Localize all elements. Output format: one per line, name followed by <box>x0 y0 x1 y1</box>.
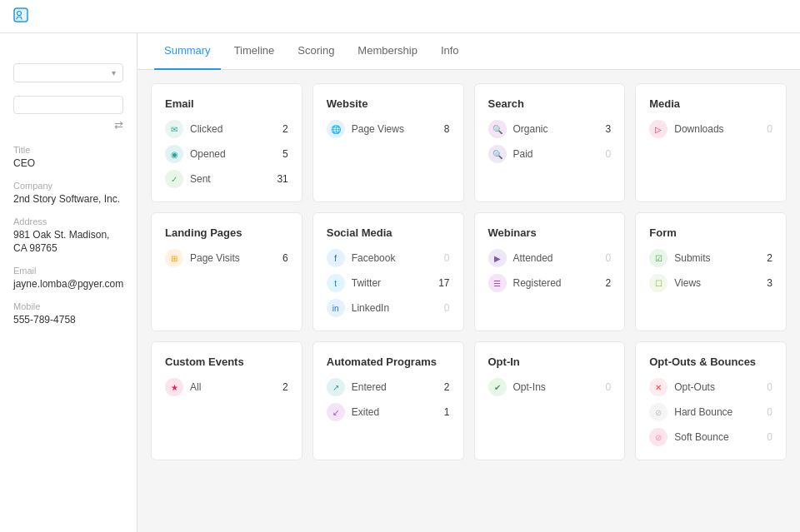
info-group: Company 2nd Story Software, Inc. <box>13 181 123 206</box>
summary-grid: Email✉Clicked2◉Opened5✓Sent31Website🌐Pag… <box>138 70 800 474</box>
card-row-label: Views <box>674 277 756 289</box>
card-row: ⊘Hard Bounce0 <box>649 403 772 421</box>
card-row-value: 1 <box>433 406 450 418</box>
card-row: tTwitter17 <box>327 274 450 292</box>
card-row-label: Opt-Outs <box>674 381 756 393</box>
info-value: 555-789-4758 <box>13 313 123 327</box>
sidebar: ▾ ⇄ Title CEO Company 2nd Story Software… <box>0 33 138 532</box>
card-title: Opt-In <box>488 355 612 368</box>
info-value: CEO <box>13 157 123 171</box>
card-row-icon: ↗ <box>327 378 345 396</box>
card-row-icon: ▷ <box>649 120 668 138</box>
tab-scoring[interactable]: Scoring <box>288 33 344 70</box>
tab-timeline[interactable]: Timeline <box>224 33 285 70</box>
card-row: ★All2 <box>165 378 288 396</box>
card-row: inLinkedIn0 <box>327 299 450 317</box>
card-row-label: Paid <box>513 148 595 160</box>
card-row-value: 2 <box>756 252 772 264</box>
contact-report-icon <box>13 7 28 26</box>
card-row: ☐Views3 <box>649 274 772 292</box>
card-row-label: Soft Bounce <box>674 431 756 443</box>
card-title: Automated Programs <box>327 355 450 368</box>
info-value: jayne.lomba@pgyer.com <box>13 277 123 291</box>
card-row: ☰Registered2 <box>488 274 612 292</box>
card-row-icon: t <box>327 274 345 292</box>
card-row-value: 3 <box>594 123 611 135</box>
card-row-label: Entered <box>352 381 433 393</box>
card-row-label: All <box>190 381 272 393</box>
card-row-value: 3 <box>756 277 772 289</box>
tab-info[interactable]: Info <box>431 33 469 70</box>
card-row-value: 6 <box>272 252 288 264</box>
card-row-icon: ◉ <box>165 145 183 163</box>
card-title: Website <box>327 97 450 110</box>
info-label: Email <box>13 266 123 276</box>
card-row-label: LinkedIn <box>352 302 433 314</box>
card-row-label: Opened <box>190 148 272 160</box>
card-row-icon: ▶ <box>488 249 507 267</box>
info-group: Address 981 Oak St. Madison, CA 98765 <box>13 216 123 256</box>
card-row-icon: ☐ <box>649 274 668 292</box>
info-value: 981 Oak St. Madison, CA 98765 <box>13 228 123 256</box>
tab-membership[interactable]: Membership <box>348 33 428 70</box>
card-row-icon: 🔍 <box>488 120 507 138</box>
card-row-value: 0 <box>594 252 611 264</box>
card-row: ▶Attended0 <box>488 249 612 267</box>
card-row-value: 0 <box>756 406 772 418</box>
card-row-label: Organic <box>513 123 595 135</box>
card-row-label: Page Visits <box>190 252 272 264</box>
top-bar <box>0 0 800 33</box>
card-custom-events: Custom Events★All2 <box>151 341 302 460</box>
card-row-icon: ★ <box>165 378 183 396</box>
card-title: Custom Events <box>165 355 288 368</box>
swap-icon[interactable]: ⇄ <box>114 119 123 132</box>
card-row-label: Page Views <box>352 123 433 135</box>
info-label: Address <box>13 216 123 226</box>
chevron-down-icon: ▾ <box>112 68 116 77</box>
card-row-value: 17 <box>433 277 450 289</box>
card-title: Webinars <box>488 226 612 239</box>
card-title: Landing Pages <box>165 226 288 239</box>
card-row-label: Clicked <box>190 123 272 135</box>
tab-bar: SummaryTimelineScoringMembershipInfo <box>138 33 800 70</box>
card-row: 🌐Page Views8 <box>327 120 450 138</box>
card-title: Opt-Outs & Bounces <box>649 355 772 368</box>
card-row: ⊘Soft Bounce0 <box>649 428 772 446</box>
card-row-value: 2 <box>594 277 611 289</box>
card-row-icon: f <box>327 249 345 267</box>
info-group: Mobile 555-789-4758 <box>13 301 123 327</box>
card-row: fFacebook0 <box>327 249 450 267</box>
info-label: Company <box>13 181 123 191</box>
card-row: ☑Submits2 <box>649 249 772 267</box>
card-title: Media <box>649 97 772 110</box>
tab-summary[interactable]: Summary <box>154 33 221 70</box>
main-content: SummaryTimelineScoringMembershipInfo Ema… <box>138 33 800 532</box>
card-row-value: 0 <box>756 123 772 135</box>
card-row-icon: ✕ <box>649 378 668 396</box>
info-value: 2nd Story Software, Inc. <box>13 192 123 206</box>
card-media: Media▷Downloads0 <box>635 83 787 202</box>
card-row: ⊞Page Visits6 <box>165 249 288 267</box>
card-form: Form☑Submits2☐Views3 <box>635 212 787 331</box>
card-row-label: Twitter <box>352 277 433 289</box>
card-row-label: Opt-Ins <box>513 381 595 393</box>
card-title: Social Media <box>327 226 450 239</box>
card-row-label: Downloads <box>674 123 756 135</box>
card-row-value: 2 <box>272 123 288 135</box>
card-row: ↙Exited1 <box>327 403 450 421</box>
card-row-icon: ↙ <box>327 403 345 421</box>
card-opt-outs---bounces: Opt-Outs & Bounces✕Opt-Outs0⊘Hard Bounce… <box>635 341 787 460</box>
card-row-label: Hard Bounce <box>674 406 756 418</box>
current-list-dropdown[interactable]: ▾ <box>13 63 123 82</box>
card-row-value: 31 <box>272 173 288 185</box>
card-row-icon: ☰ <box>488 274 507 292</box>
info-label: Mobile <box>13 301 123 311</box>
score-box <box>13 96 123 114</box>
card-title: Search <box>488 97 612 110</box>
card-row-icon: ✉ <box>165 120 183 138</box>
card-row-icon: ⊘ <box>649 403 668 421</box>
card-row-value: 0 <box>594 381 611 393</box>
card-row-value: 0 <box>433 252 450 264</box>
card-social-media: Social MediafFacebook0tTwitter17inLinked… <box>312 212 464 331</box>
card-row: ✕Opt-Outs0 <box>649 378 772 396</box>
